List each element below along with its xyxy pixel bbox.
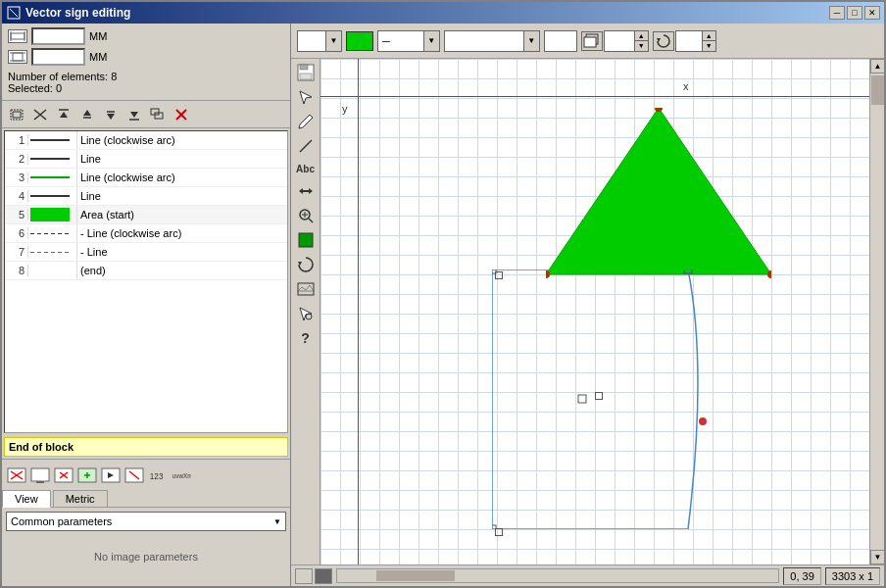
deselect-btn[interactable] <box>29 104 51 125</box>
move-down-btn[interactable] <box>100 104 122 125</box>
image-tool[interactable] <box>294 277 318 301</box>
help-tool[interactable]: ? <box>294 326 318 350</box>
canvas-grid: x y <box>320 59 869 564</box>
count-row: Number of elements: 8 Selected: 0 <box>8 69 284 96</box>
svg-line-39 <box>300 140 312 152</box>
list-item[interactable]: 2 Line <box>5 150 287 169</box>
bottom-toolbar: 123 uvwXm <box>2 459 290 490</box>
rotation-input[interactable]: 90 <box>676 35 702 47</box>
list-item-area-start[interactable]: 5 Area (start) <box>5 206 287 224</box>
list-item[interactable]: 6 - Line (clockwise arc) <box>5 224 287 243</box>
svg-rect-38 <box>300 74 312 79</box>
svg-rect-55 <box>578 395 586 403</box>
svg-line-41 <box>309 219 313 222</box>
horizontal-scrollbar[interactable] <box>336 568 779 583</box>
scroll-track[interactable] <box>870 74 884 550</box>
params-dropdown[interactable]: Common parameters ▼ <box>6 512 286 531</box>
delete-btn[interactable] <box>171 104 192 125</box>
height-row: 10.00 MM <box>8 48 284 66</box>
vertical-scrollbar[interactable]: ▲ ▼ <box>869 59 884 564</box>
expand-tool[interactable] <box>294 179 318 203</box>
font-combo[interactable]: Arial ▼ <box>444 30 540 52</box>
zoom-input[interactable]: 8 <box>298 35 325 47</box>
title-bar: Vector sign editing ─ □ ✕ <box>2 2 884 24</box>
copies-input[interactable]: 2 <box>605 35 634 47</box>
fill-tool[interactable] <box>294 228 318 252</box>
move-top-btn[interactable] <box>53 104 74 125</box>
svg-rect-44 <box>299 233 313 247</box>
width-unit: MM <box>89 30 107 42</box>
width-input[interactable]: 10.00 <box>31 27 85 45</box>
right-btn[interactable] <box>100 465 122 486</box>
y-axis <box>358 59 359 564</box>
arrow-tool[interactable] <box>294 85 318 109</box>
canvas-toolbar: 8 ▼ ─ 0.25 ▼ Arial ▼ 1.60 <box>291 24 884 59</box>
copies-down-btn[interactable]: ▼ <box>634 41 648 51</box>
close-button[interactable]: ✕ <box>864 6 880 20</box>
list-item[interactable]: 7 - Line <box>5 243 287 262</box>
control-point-mid <box>595 392 603 400</box>
copies-spinbox[interactable]: 2 ▲ ▼ <box>604 30 649 52</box>
rotation-icon <box>653 31 674 51</box>
line-width-dropdown-btn[interactable]: ▼ <box>423 31 439 51</box>
scroll-up-btn[interactable]: ▲ <box>870 59 884 74</box>
rotation-up-btn[interactable]: ▲ <box>702 31 715 41</box>
color-picker[interactable] <box>346 31 373 51</box>
status-icon-light <box>295 568 313 584</box>
abc-tool[interactable]: Abc <box>294 159 318 178</box>
horizontal-thumb[interactable] <box>376 570 455 581</box>
text-btn[interactable]: uvwXm <box>171 465 192 486</box>
line-width-input[interactable]: 0.25 <box>394 35 423 47</box>
select-region-tool[interactable] <box>294 302 318 325</box>
svg-rect-5 <box>13 53 23 61</box>
height-input[interactable]: 10.00 <box>31 48 85 66</box>
x-axis <box>320 96 869 97</box>
list-item[interactable]: 4 Line <box>5 187 287 206</box>
maximize-button[interactable]: □ <box>847 6 862 20</box>
font-size-combo[interactable]: 1.60 <box>544 30 577 52</box>
tabs-row: View Metric <box>2 490 290 508</box>
list-item-end[interactable]: 8 (end) <box>5 262 287 280</box>
line-width-preview: ─ <box>378 35 394 47</box>
no-btn[interactable] <box>123 465 145 486</box>
copies-up-btn[interactable]: ▲ <box>634 31 648 41</box>
svg-text:123: 123 <box>150 471 164 480</box>
rotation-down-btn[interactable]: ▼ <box>702 41 715 51</box>
delete-element-btn[interactable] <box>6 465 27 486</box>
zoom-dropdown-btn[interactable]: ▼ <box>325 31 341 51</box>
y-axis-label: y <box>342 103 348 115</box>
app-icon <box>6 5 22 21</box>
number-btn[interactable]: 123 <box>147 465 169 486</box>
zoom-tool[interactable] <box>294 204 318 227</box>
minimize-button[interactable]: ─ <box>829 6 845 20</box>
computer-btn[interactable] <box>29 465 51 486</box>
transform-tool[interactable] <box>294 253 318 276</box>
canvas-wrapper[interactable]: x y <box>320 59 869 564</box>
scroll-down-btn[interactable]: ▼ <box>870 550 884 564</box>
copies-spin-buttons: ▲ ▼ <box>634 31 648 51</box>
list-item[interactable]: 1 Line (clockwise arc) <box>5 131 287 150</box>
ruler-tool[interactable] <box>294 134 318 158</box>
title-bar-text: Vector sign editing <box>6 5 130 21</box>
add-btn[interactable] <box>76 465 98 486</box>
group-btn[interactable] <box>147 104 169 125</box>
list-item[interactable]: 3 Line (clockwise arc) <box>5 169 287 187</box>
zoom-combo[interactable]: 8 ▼ <box>297 30 342 52</box>
save-tool[interactable] <box>294 61 318 84</box>
font-input[interactable]: Arial <box>445 35 523 47</box>
font-size-input[interactable]: 1.60 <box>545 35 576 47</box>
control-point-tl <box>495 271 503 279</box>
tab-view[interactable]: View <box>2 490 51 508</box>
scroll-thumb[interactable] <box>871 75 884 105</box>
rotation-control: 90 ▲ ▼ <box>653 30 716 52</box>
rotation-spinbox[interactable]: 90 ▲ ▼ <box>675 30 716 52</box>
pencil-tool[interactable] <box>294 110 318 133</box>
select-all-btn[interactable] <box>6 104 27 125</box>
num-elements-label: Number of elements: 8 <box>8 71 284 82</box>
font-dropdown-btn[interactable]: ▼ <box>523 31 539 51</box>
x-btn[interactable] <box>53 465 74 486</box>
move-bottom-btn[interactable] <box>123 104 145 125</box>
line-width-combo[interactable]: ─ 0.25 ▼ <box>377 30 440 52</box>
tab-metric[interactable]: Metric <box>53 490 108 507</box>
move-up-btn[interactable] <box>76 104 98 125</box>
